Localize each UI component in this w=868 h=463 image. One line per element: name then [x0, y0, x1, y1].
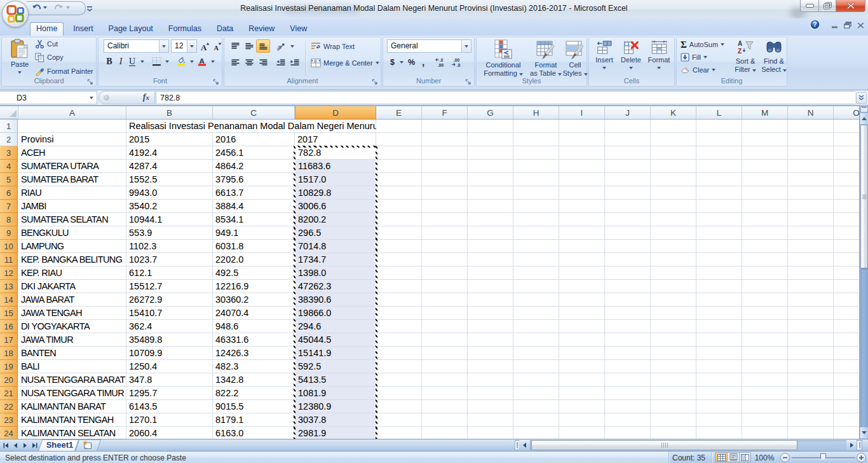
cell-D5[interactable]: 1517.0	[298, 173, 375, 186]
cell-D8[interactable]: 8200.2	[298, 213, 375, 226]
column-header-A[interactable]: A	[18, 106, 126, 119]
comma-style-button[interactable]: ,	[417, 55, 429, 69]
cell-A12[interactable]: KEP. RIAU	[21, 266, 126, 280]
tab-formulas[interactable]: Formulas	[163, 22, 207, 36]
cell-B7[interactable]: 3540.2	[129, 200, 212, 213]
cell-B12[interactable]: 612.1	[129, 266, 212, 280]
bottom-align-button[interactable]	[256, 39, 270, 53]
number-format-dropdown[interactable]	[461, 40, 471, 52]
undo-button[interactable]	[32, 2, 42, 13]
tab-data[interactable]: Data	[211, 22, 239, 36]
cell-D21[interactable]: 1081.9	[298, 387, 375, 400]
cell-D22[interactable]: 12380.9	[298, 400, 375, 413]
tab-insert[interactable]: Insert	[67, 22, 98, 36]
font-color-dropdown[interactable]	[208, 55, 217, 68]
column-header-L[interactable]: L	[696, 106, 742, 119]
copy-button[interactable]: Copy	[35, 51, 64, 64]
cell-B10[interactable]: 1102.3	[129, 240, 212, 253]
cell-A17[interactable]: JAWA TIMUR	[21, 333, 126, 347]
cell-B13[interactable]: 15512.7	[129, 280, 212, 293]
fill-color-button[interactable]	[175, 55, 187, 68]
borders-button[interactable]	[150, 55, 163, 68]
close-button[interactable]	[836, 0, 865, 12]
cell-A13[interactable]: DKI JAKARTA	[21, 280, 126, 293]
increase-decimal-button[interactable]: .0.00	[433, 55, 449, 69]
cell-C18[interactable]: 12426.3	[215, 347, 294, 360]
horizontal-split-handle[interactable]	[857, 440, 862, 450]
row-header-11[interactable]: 11	[0, 253, 18, 266]
cell-A22[interactable]: KALIMANTAN BARAT	[21, 400, 126, 413]
cell-D10[interactable]: 7014.8	[298, 240, 375, 253]
align-right-button[interactable]	[256, 56, 270, 69]
expand-formula-bar-button[interactable]	[856, 92, 867, 104]
format-as-table-button[interactable]: Formatas Table	[530, 39, 562, 78]
row-header-21[interactable]: 21	[0, 387, 18, 400]
scroll-left-button[interactable]	[519, 440, 529, 450]
cell-A23[interactable]: KALIMANTAN TENGAH	[21, 413, 126, 427]
workbook-close-button[interactable]	[857, 20, 864, 31]
redo-dropdown[interactable]	[66, 2, 70, 13]
vertical-scroll-track[interactable]	[860, 268, 868, 427]
cell-B6[interactable]: 9943.0	[129, 186, 212, 200]
row-header-8[interactable]: 8	[0, 213, 18, 226]
cell-B4[interactable]: 4287.4	[129, 160, 212, 173]
column-header-J[interactable]: J	[605, 106, 651, 119]
column-header-M[interactable]: M	[742, 106, 788, 119]
row-header-9[interactable]: 9	[0, 226, 18, 240]
insert-function-button[interactable]: fx	[143, 92, 149, 102]
percent-style-button[interactable]: %	[405, 55, 417, 69]
format-painter-button[interactable]: Format Painter	[35, 65, 93, 78]
column-header-O[interactable]: O	[834, 106, 859, 119]
vertical-scroll-thumb[interactable]	[860, 125, 868, 268]
cell-C17[interactable]: 46331.6	[215, 333, 294, 347]
minimize-button[interactable]	[800, 0, 818, 12]
alignment-dialog-launcher[interactable]	[372, 77, 379, 85]
decrease-decimal-button[interactable]: .00.0	[449, 55, 465, 69]
cell-C6[interactable]: 6613.7	[215, 186, 294, 200]
cell-C3[interactable]: 2456.1	[215, 146, 294, 160]
cell-C11[interactable]: 2202.0	[215, 253, 294, 266]
row-header-20[interactable]: 20	[0, 373, 18, 387]
row-header-14[interactable]: 14	[0, 293, 18, 307]
column-header-H[interactable]: H	[513, 106, 559, 119]
cell-D23[interactable]: 3037.8	[298, 413, 375, 427]
row-header-4[interactable]: 4	[0, 160, 18, 173]
tab-view[interactable]: View	[284, 22, 313, 36]
column-header-E[interactable]: E	[376, 106, 422, 119]
cell-A7[interactable]: JAMBI	[21, 200, 126, 213]
sheet-tab-sheet1[interactable]: Sheet1	[42, 440, 78, 450]
cell-A8[interactable]: SUMATERA SELATAN	[21, 213, 126, 226]
workbook-minimize-button[interactable]	[831, 20, 838, 31]
cell-D11[interactable]: 1734.7	[298, 253, 375, 266]
restore-button[interactable]	[818, 0, 836, 12]
cell-C15[interactable]: 24070.4	[215, 307, 294, 320]
normal-view-button[interactable]	[715, 452, 727, 462]
number-dialog-launcher[interactable]	[465, 77, 473, 85]
cell-C9[interactable]: 949.1	[215, 226, 294, 240]
cell-B15[interactable]: 15410.7	[129, 307, 212, 320]
undo-dropdown[interactable]	[43, 2, 47, 13]
cell-D19[interactable]: 592.5	[298, 360, 375, 373]
formula-input[interactable]: 782.8	[156, 91, 855, 104]
name-box[interactable]: D3	[0, 91, 97, 104]
font-name-combo[interactable]: Calibri	[104, 39, 169, 53]
shrink-font-button[interactable]: A	[211, 39, 223, 53]
cell-D9[interactable]: 296.5	[298, 226, 375, 240]
column-header-C[interactable]: C	[213, 106, 295, 119]
cell-B2[interactable]: 2015	[129, 133, 212, 146]
cell-B16[interactable]: 362.4	[129, 320, 212, 333]
cell-D3[interactable]: 782.8	[298, 146, 375, 160]
column-header-F[interactable]: F	[422, 106, 468, 119]
fill-button[interactable]: Fill	[681, 51, 707, 64]
row-header-24[interactable]: 24	[0, 427, 18, 439]
cell-A5[interactable]: SUMATERA BARAT	[21, 173, 126, 186]
previous-sheet-button[interactable]	[11, 441, 20, 450]
cell-B8[interactable]: 10944.1	[129, 213, 212, 226]
underline-dropdown[interactable]	[138, 55, 146, 68]
row-header-18[interactable]: 18	[0, 347, 18, 360]
customize-qat-button[interactable]	[86, 3, 93, 15]
cell-C19[interactable]: 482.3	[215, 360, 294, 373]
fill-color-dropdown[interactable]	[187, 55, 196, 68]
row-header-5[interactable]: 5	[0, 173, 18, 186]
column-header-D[interactable]: D	[295, 106, 376, 119]
